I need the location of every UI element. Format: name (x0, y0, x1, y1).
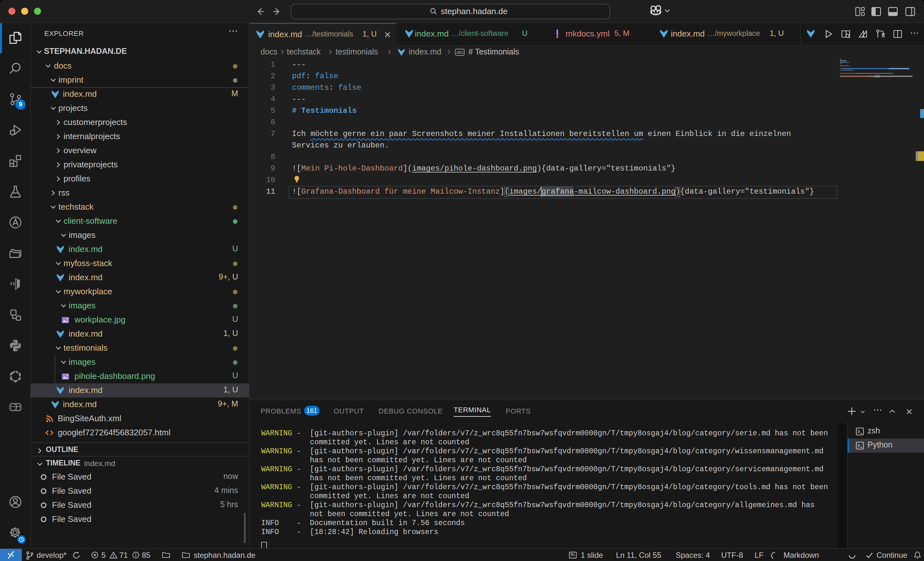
svg-text:abc: abc (456, 49, 464, 54)
